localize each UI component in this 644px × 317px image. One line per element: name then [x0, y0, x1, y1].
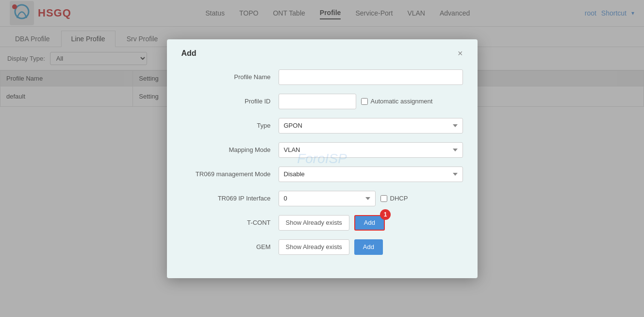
tcont-label: T-CONT [182, 219, 279, 226]
type-row: Type GPON EPON XGS-PON [182, 118, 463, 133]
profile-name-input[interactable] [279, 69, 463, 85]
mapping-mode-row: Mapping Mode VLAN GEM Priority [182, 142, 463, 158]
modal-header: Add × [182, 49, 463, 58]
tr069-ip-group: 0 1 2 DHCP [279, 191, 408, 206]
mapping-mode-label: Mapping Mode [182, 146, 279, 153]
gem-row: GEM Show Already exists Add [182, 239, 463, 255]
profile-name-row: Profile Name [182, 69, 463, 85]
modal-overlay: ForoISP Add × Profile Name Profile ID Au… [0, 0, 644, 317]
profile-id-label: Profile ID [182, 98, 279, 105]
dhcp-text: DHCP [390, 195, 408, 202]
tr069-ip-label: TR069 IP Interface [182, 195, 279, 202]
tcont-badge: 1 [380, 209, 391, 220]
tr069-ip-row: TR069 IP Interface 0 1 2 DHCP [182, 191, 463, 206]
auto-assignment-text: Automatic assignment [371, 98, 433, 105]
tr069-mgmt-row: TR069 management Mode Disable Enable [182, 167, 463, 182]
tcont-show-exists-button[interactable]: Show Already exists [279, 215, 349, 231]
profile-name-label: Profile Name [182, 73, 279, 81]
mapping-mode-select[interactable]: VLAN GEM Priority [279, 142, 463, 158]
profile-id-group: Automatic assignment [279, 94, 433, 109]
gem-add-button[interactable]: Add [354, 239, 383, 255]
tcont-row: T-CONT Show Already exists Add 1 [182, 215, 463, 231]
auto-assignment-label: Automatic assignment [361, 98, 433, 105]
gem-group: Show Already exists Add [279, 239, 383, 255]
modal: ForoISP Add × Profile Name Profile ID Au… [167, 39, 478, 278]
dhcp-label: DHCP [380, 195, 408, 202]
type-label: Type [182, 122, 279, 129]
modal-title: Add [182, 49, 197, 58]
profile-id-input[interactable] [279, 94, 356, 109]
tr069-mgmt-select[interactable]: Disable Enable [279, 167, 463, 182]
auto-assignment-checkbox[interactable] [361, 98, 368, 105]
tr069-ip-select[interactable]: 0 1 2 [279, 191, 376, 206]
gem-show-exists-button[interactable]: Show Already exists [279, 239, 349, 255]
modal-close-button[interactable]: × [458, 49, 463, 58]
type-select[interactable]: GPON EPON XGS-PON [279, 118, 463, 133]
dhcp-checkbox[interactable] [380, 195, 387, 202]
gem-label: GEM [182, 243, 279, 250]
profile-id-row: Profile ID Automatic assignment [182, 94, 463, 109]
tr069-mgmt-label: TR069 management Mode [182, 170, 279, 178]
tcont-group: Show Already exists Add 1 [279, 215, 385, 231]
tcont-add-wrapper: Add 1 [354, 215, 385, 231]
